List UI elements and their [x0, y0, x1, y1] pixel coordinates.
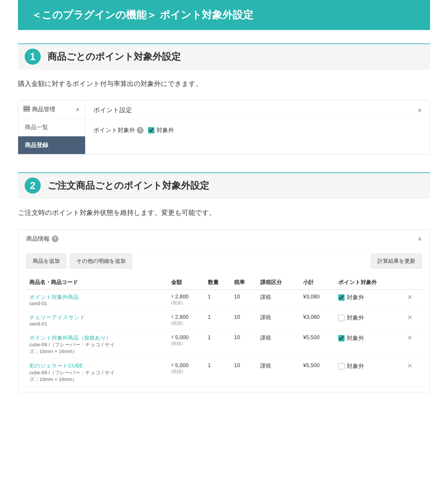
tax-type-cell: 課税 [257, 331, 300, 359]
product-management-panel: 商品管理 ∧ 商品一覧 商品登録 ポイント設定 ∧ [18, 100, 430, 154]
point-excluded-cell: 対象外 [335, 359, 404, 386]
svg-rect-1 [24, 108, 30, 110]
point-exclusion-checkbox[interactable] [148, 127, 154, 134]
order-actions: 商品を追加 その他の明細を追加 計算結果を更新 [26, 254, 422, 268]
update-calc-button[interactable]: 計算結果を更新 [371, 254, 422, 268]
svg-rect-0 [24, 106, 30, 108]
header-banner: ＜このプラグインの機能＞ ポイント対象外設定 [18, 0, 430, 30]
point-excluded-cell: 対象外 [335, 310, 404, 331]
col-actions [404, 275, 422, 290]
point-settings-panel: ポイント設定 ∧ ポイント対象外 ? 対象外 [85, 101, 430, 154]
row2-point-excluded-checkbox[interactable] [338, 315, 344, 321]
tax-type-cell: 課税 [257, 290, 300, 310]
product-link[interactable]: ポイント対象外商品（規格あり） [29, 335, 111, 341]
tax-note: (税抜) [171, 300, 202, 306]
row4-point-excluded-label[interactable]: 対象外 [338, 362, 401, 370]
section-1-description: 購入金額に対するポイント付与率算出の対象外にできます。 [18, 78, 430, 89]
table-row: 彩のジェラートCUBE cube-09 /（フレーバー：チョコ / サイズ：16… [26, 359, 422, 386]
sidebar-panel: 商品管理 ∧ 商品一覧 商品登録 [18, 101, 85, 154]
sidebar-header-left: 商品管理 [24, 105, 55, 113]
product-link[interactable]: 彩のジェラートCUBE [29, 363, 83, 369]
row2-point-excluded-label[interactable]: 対象外 [338, 314, 401, 322]
svg-rect-2 [24, 110, 30, 111]
remove-cell: ✕ [404, 331, 422, 359]
subtotal-cell: ¥5,500 [300, 359, 335, 386]
table-row: チェリーアイスサンド sand-01 ¥ 2,800 (税抜) 1 [26, 310, 422, 331]
row1-point-excluded-label[interactable]: 対象外 [338, 293, 401, 301]
order-panel-header-left: 商品情報 ? [26, 235, 58, 243]
product-name-cell: 彩のジェラートCUBE cube-09 /（フレーバー：チョコ / サイズ：16… [26, 359, 168, 386]
tax-rate-cell: 10 [231, 310, 257, 331]
product-link[interactable]: チェリーアイスサンド [29, 314, 85, 320]
product-code: sand-01 [29, 301, 165, 307]
tax-note: (税抜) [171, 320, 202, 326]
tax-type-cell: 課税 [257, 310, 300, 331]
row1-remove-button[interactable]: ✕ [407, 293, 412, 301]
section-1-title-row: 1 商品ごとのポイント対象外設定 [18, 43, 430, 69]
col-quantity: 数量 [205, 275, 231, 290]
product-code: sand-01 [29, 321, 165, 327]
order-help-icon[interactable]: ? [52, 236, 58, 242]
product-management-icon [24, 105, 30, 113]
order-panel-chevron[interactable]: ∧ [418, 236, 422, 242]
row2-remove-button[interactable]: ✕ [407, 314, 412, 321]
section-2-title-row: 2 ご注文商品ごとのポイント対象外設定 [18, 172, 430, 198]
sidebar-item-product-list[interactable]: 商品一覧 [18, 118, 85, 136]
col-point-excluded: ポイント対象外 [335, 275, 404, 290]
remove-cell: ✕ [404, 290, 422, 310]
price-cell: ¥ 5,000 (税抜) [168, 359, 205, 386]
point-settings-body: ポイント対象外 ? 対象外 [85, 120, 430, 140]
product-name-cell: ポイント対象外商品 sand-01 [26, 290, 168, 310]
section-2: 2 ご注文商品ごとのポイント対象外設定 ご注文時のポイント対象外状態を維持します… [18, 172, 430, 392]
row3-point-excluded-checkbox[interactable] [338, 335, 344, 341]
point-settings-title: ポイント設定 [93, 106, 132, 114]
section-1: 1 商品ごとのポイント対象外設定 購入金額に対するポイント付与率算出の対象外にで… [18, 43, 430, 154]
product-name-cell: チェリーアイスサンド sand-01 [26, 310, 168, 331]
product-name-cell: ポイント対象外商品（規格あり） cube-09 /（フレーバー：チョコ / サイ… [26, 331, 168, 359]
add-product-button[interactable]: 商品を追加 [26, 254, 66, 268]
price-cell: ¥ 5,000 (税抜) [168, 331, 205, 359]
product-code: cube-09 /（フレーバー：チョコ / サイズ：16mm × 16mm） [29, 369, 165, 383]
order-table-header-row: 商品名・商品コード 金額 数量 税率 課税区分 小計 ポイント対象外 [26, 275, 422, 290]
order-table: 商品名・商品コード 金額 数量 税率 課税区分 小計 ポイント対象外 [26, 275, 422, 386]
order-table-head: 商品名・商品コード 金額 数量 税率 課税区分 小計 ポイント対象外 [26, 275, 422, 290]
col-tax-type: 課税区分 [257, 275, 300, 290]
subtotal-cell: ¥5,500 [300, 331, 335, 359]
order-panel-body: 商品を追加 その他の明細を追加 計算結果を更新 商品名・商品コード 金額 数量 … [18, 248, 430, 392]
row4-point-excluded-checkbox[interactable] [338, 363, 344, 369]
point-excluded-cell: 対象外 [335, 331, 404, 359]
remove-cell: ✕ [404, 310, 422, 331]
table-row: ポイント対象外商品 sand-01 ¥ 2,800 (税抜) 1 [26, 290, 422, 310]
row1-point-excluded-checkbox[interactable] [338, 294, 344, 301]
price-value: 2,800 [175, 314, 189, 320]
remove-cell: ✕ [404, 359, 422, 386]
page-wrapper: ＜このプラグインの機能＞ ポイント対象外設定 1 商品ごとのポイント対象外設定 … [0, 0, 448, 428]
point-exclusion-checkbox-label[interactable]: 対象外 [148, 126, 174, 134]
sidebar-chevron[interactable]: ∧ [76, 106, 80, 113]
row4-remove-button[interactable]: ✕ [407, 362, 412, 370]
point-settings-header: ポイント設定 ∧ [85, 101, 430, 120]
quantity-cell: 1 [205, 310, 231, 331]
point-excluded-cell: 対象外 [335, 290, 404, 310]
section-2-number: 2 [25, 178, 41, 194]
price-cell: ¥ 2,800 (税抜) [168, 310, 205, 331]
tax-rate-cell: 10 [231, 331, 257, 359]
row3-remove-button[interactable]: ✕ [407, 334, 412, 342]
header-title: ＜このプラグインの機能＞ ポイント対象外設定 [31, 9, 253, 21]
price-value: 5,000 [175, 362, 189, 369]
quantity-cell: 1 [205, 331, 231, 359]
product-link[interactable]: ポイント対象外商品 [29, 294, 79, 300]
section-1-number: 1 [25, 48, 41, 65]
add-other-button[interactable]: その他の明細を追加 [70, 254, 132, 268]
order-table-body: ポイント対象外商品 sand-01 ¥ 2,800 (税抜) 1 [26, 290, 422, 386]
sidebar-header: 商品管理 ∧ [18, 101, 85, 118]
point-settings-chevron[interactable]: ∧ [418, 107, 422, 113]
table-row: ポイント対象外商品（規格あり） cube-09 /（フレーバー：チョコ / サイ… [26, 331, 422, 359]
tax-rate-cell: 10 [231, 290, 257, 310]
col-product-name: 商品名・商品コード [26, 275, 168, 290]
subtotal-cell: ¥3,080 [300, 290, 335, 310]
section-2-description: ご注文時のポイント対象外状態を維持します。変更も可能です。 [18, 207, 430, 218]
help-icon[interactable]: ? [137, 127, 144, 134]
sidebar-item-product-register[interactable]: 商品登録 [18, 136, 85, 154]
row3-point-excluded-label[interactable]: 対象外 [338, 334, 401, 342]
